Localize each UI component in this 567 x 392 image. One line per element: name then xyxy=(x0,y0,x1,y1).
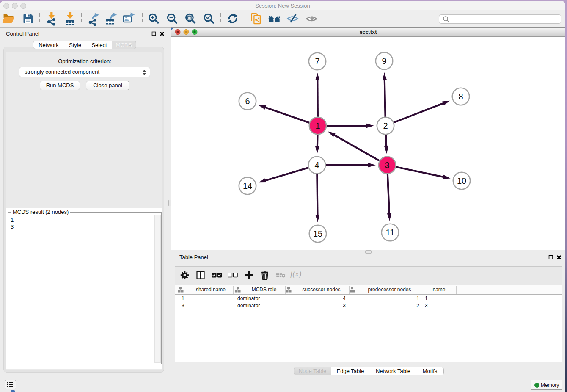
svg-text:10: 10 xyxy=(457,176,466,185)
svg-text:11: 11 xyxy=(386,228,395,237)
svg-text:9: 9 xyxy=(382,56,386,66)
svg-text:1: 1 xyxy=(315,121,320,130)
svg-text:14: 14 xyxy=(243,181,252,190)
svg-text:8: 8 xyxy=(458,92,463,101)
svg-text:2: 2 xyxy=(383,121,388,130)
svg-text:6: 6 xyxy=(245,97,250,106)
svg-text:4: 4 xyxy=(314,160,319,170)
svg-text:15: 15 xyxy=(313,229,322,238)
svg-text:3: 3 xyxy=(385,160,389,170)
svg-text:7: 7 xyxy=(315,57,319,66)
